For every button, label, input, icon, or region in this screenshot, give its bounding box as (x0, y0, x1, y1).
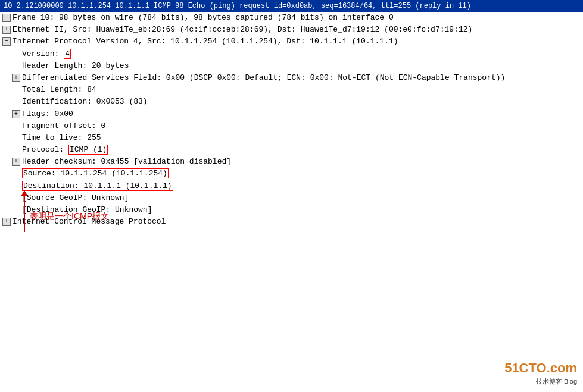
arrow-head (21, 190, 28, 196)
detail-line-header-length[interactable]: Header Length: 20 bytes (0, 60, 583, 72)
expand-icon-icmp[interactable]: + (2, 218, 11, 226)
detail-line-frame[interactable]: −Frame 10: 98 bytes on wire (784 bits), … (0, 12, 583, 24)
watermark-main: 51CTO.com (504, 360, 577, 376)
detail-line-protocol[interactable]: Protocol: ICMP (1) (0, 144, 583, 156)
detail-line-checksum[interactable]: +Header checksum: 0xa455 [validation dis… (0, 156, 583, 168)
detail-line-ttl[interactable]: Time to live: 255 (0, 132, 583, 144)
detail-line-version[interactable]: Version: 4 (0, 48, 583, 60)
detail-line-destination[interactable]: Destination: 10.1.1.1 (10.1.1.1) (0, 180, 583, 192)
detail-line-src-geoip[interactable]: [Source GeoIP: Unknown] (0, 192, 583, 204)
highlight-protocol: ICMP (1) (68, 145, 108, 155)
expand-icon-frame[interactable]: − (2, 14, 11, 22)
detail-line-dsfield[interactable]: +Differentiated Services Field: 0x00 (DS… (0, 72, 583, 84)
expand-icon-dsfield[interactable]: + (12, 74, 20, 82)
expand-icon-ethernet[interactable]: + (2, 26, 11, 34)
expand-icon-checksum[interactable]: + (12, 158, 20, 166)
annotation-text: 表明是一个ICMP报文 (30, 211, 109, 222)
detail-line-total-length[interactable]: Total Length: 84 (0, 84, 583, 96)
highlight-destination: Destination: 10.1.1.1 (10.1.1.1) (22, 181, 173, 191)
title-bar: 10 2.121000000 10.1.1.254 10.1.1.1 ICMP … (0, 0, 583, 12)
divider (0, 228, 583, 228)
detail-line-identification[interactable]: Identification: 0x0053 (83) (0, 96, 583, 108)
watermark-sub: 技术博客 Blog (504, 377, 577, 386)
watermark: 51CTO.com 技术博客 Blog (504, 360, 577, 386)
detail-line-source[interactable]: Source: 10.1.1.254 (10.1.1.254) (0, 168, 583, 180)
packet-detail-panel: −Frame 10: 98 bytes on wire (784 bits), … (0, 12, 583, 228)
detail-line-ethernet[interactable]: +Ethernet II, Src: HuaweiTe_eb:28:69 (4c… (0, 24, 583, 36)
arrow-line (24, 196, 25, 232)
detail-line-fragment-offset[interactable]: Fragment offset: 0 (0, 120, 583, 132)
arrow-annotation (18, 190, 28, 232)
expand-icon-flags[interactable]: + (12, 110, 20, 118)
detail-line-flags[interactable]: +Flags: 0x00 (0, 108, 583, 120)
highlight-source: Source: 10.1.1.254 (10.1.1.254) (22, 168, 169, 178)
expand-icon-ip[interactable]: − (2, 37, 11, 46)
title-text: 10 2.121000000 10.1.1.254 10.1.1.1 ICMP … (4, 2, 471, 10)
highlight-version: 4 (64, 49, 71, 59)
detail-line-ip[interactable]: −Internet Protocol Version 4, Src: 10.1.… (0, 36, 583, 48)
